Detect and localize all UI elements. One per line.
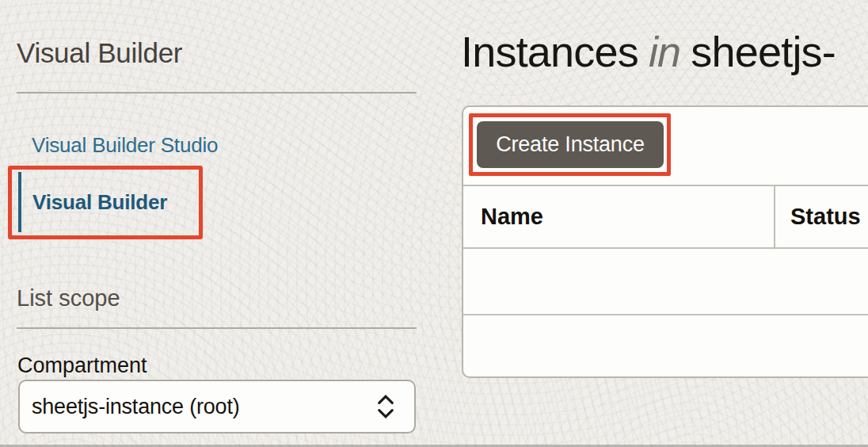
table-header-row: Name Status [463,185,868,249]
sidebar-title: Visual Builder [17,39,182,67]
compartment-label: Compartment [17,355,147,376]
page-title-connector: in [649,28,680,75]
column-header-name: Name [463,186,775,247]
table-row-empty-1 [463,249,868,315]
up-down-chevron-icon [377,394,394,419]
list-scope-divider [17,327,417,329]
list-scope-heading: List scope [17,287,120,310]
sidebar-item-visual-builder[interactable]: Visual Builder [18,172,167,232]
table-row-empty-2 [463,315,868,376]
sidebar-divider-top [17,92,417,94]
page-title-prefix: Instances [461,28,638,75]
sidebar-item-visual-builder-studio[interactable]: Visual Builder Studio [32,127,218,163]
oci-console-screen: Visual Builder Visual Builder Studio Vis… [0,0,868,447]
instances-panel: Create Instance Name Status [462,105,868,378]
column-header-status: Status [775,186,868,247]
instances-toolbar: Create Instance [463,107,868,185]
create-instance-button[interactable]: Create Instance [477,121,664,168]
page-title: Instancesinsheetjs- [461,30,836,73]
page-title-scope: sheetjs- [691,28,836,75]
compartment-select-value: sheetjs-instance (root) [32,395,377,419]
compartment-select[interactable]: sheetjs-instance (root) [18,380,416,434]
